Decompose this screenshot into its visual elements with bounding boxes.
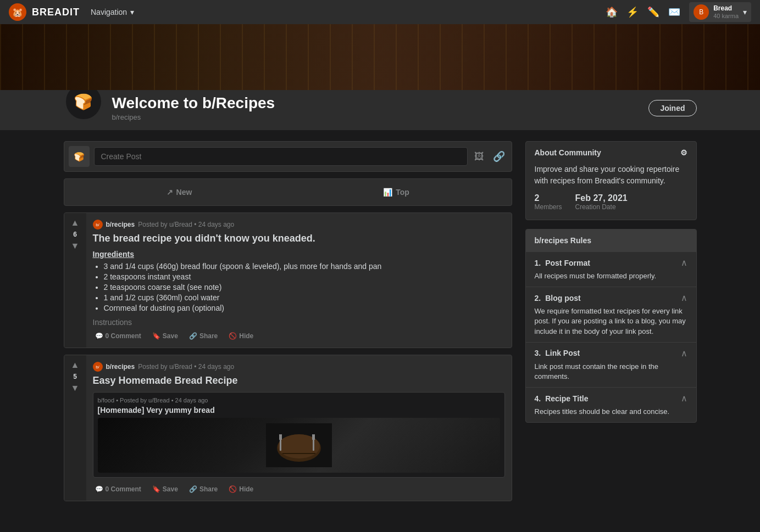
share-button[interactable]: 🔗 Share — [187, 329, 220, 343]
save-button[interactable]: 🔖 Save — [150, 329, 180, 343]
rule-item: 1. Post Format ∧ All recipes must be for… — [526, 251, 696, 287]
rule-header[interactable]: 3. Link Post ∧ — [535, 348, 687, 359]
create-post-input[interactable] — [94, 147, 468, 166]
hide-icon: 🚫 — [229, 485, 237, 493]
sort-top-label: Top — [396, 188, 409, 197]
members-stat: 2 Members — [535, 193, 562, 211]
create-post-bar: 🍞 🖼 🔗 — [64, 141, 512, 172]
post-card: ▲ 6 ▼ b/ b/recipes Posted by u/Bread • 2… — [64, 212, 512, 348]
post-author-time: Posted by u/Bread • 24 days ago — [138, 221, 234, 228]
post-title[interactable]: The bread recipe you didn't know you kne… — [93, 233, 505, 244]
joined-button[interactable]: Joined — [648, 100, 696, 116]
rule-header[interactable]: 4. Recipe Title ∧ — [535, 393, 687, 404]
sidebar: About Community ⚙ Improve and share your… — [525, 141, 697, 508]
rule-title: Post Format — [545, 259, 590, 267]
user-info: Bread 40 karma — [713, 4, 739, 20]
rule-desc: We require formatted text recipes for ev… — [535, 306, 687, 337]
nav-left: 🐹 BREADIT Navigation ▾ — [9, 3, 140, 21]
create-post-avatar: 🍞 — [69, 146, 90, 167]
pencil-icon[interactable]: ✏️ — [647, 6, 659, 18]
embedded-image — [98, 418, 500, 473]
rule-title: Blog post — [545, 294, 581, 303]
sort-new-button[interactable]: ↗ New — [71, 183, 288, 201]
ingredients-list: 3 and 1/4 cups (460g) bread flour (spoon… — [93, 262, 505, 312]
about-community-title: About Community — [535, 148, 601, 157]
about-community-card: About Community ⚙ Improve and share your… — [525, 141, 697, 220]
list-item: 2 teaspoons coarse salt (see note) — [104, 283, 505, 292]
user-avatar: B — [694, 4, 709, 20]
image-upload-button[interactable]: 🖼 — [472, 148, 486, 165]
banner-overlay — [0, 24, 760, 90]
vote-count: 5 — [73, 373, 77, 380]
about-community-body: Improve and share your cooking repertoir… — [526, 164, 696, 220]
vote-column: ▲ 6 ▼ — [64, 213, 86, 348]
downvote-button[interactable]: ▼ — [70, 240, 81, 251]
svg-rect-9 — [312, 434, 313, 440]
post-sub-avatar: b/ — [93, 220, 103, 229]
post-subreddit[interactable]: b/recipes — [106, 363, 135, 371]
bread-image-svg — [266, 423, 332, 467]
hide-icon: 🚫 — [229, 332, 237, 340]
hide-button[interactable]: 🚫 Hide — [226, 482, 256, 496]
rule-header[interactable]: 2. Blog post ∧ — [535, 293, 687, 303]
svg-rect-6 — [280, 434, 281, 440]
embedded-meta: b/food • Posted by u/Bread • 24 days ago — [98, 397, 500, 404]
post-title[interactable]: Easy Homemade Bread Recipe — [93, 375, 505, 387]
mail-icon[interactable]: ✉️ — [668, 6, 680, 18]
rule-header[interactable]: 1. Post Format ∧ — [535, 257, 687, 268]
post-actions: 💬 0 Comment 🔖 Save 🔗 Share 🚫 Hide — [93, 482, 505, 496]
creation-value: Feb 27, 2021 — [575, 193, 628, 203]
save-icon: 🔖 — [152, 332, 160, 340]
link-button[interactable]: 🔗 — [491, 148, 507, 165]
rules-card: b/recipes Rules 1. Post Format ∧ All rec… — [525, 229, 697, 423]
content-area: 🍞 🖼 🔗 ↗ New 📊 Top ▲ 6 ▼ — [64, 141, 512, 508]
rule-item: 2. Blog post ∧ We require formatted text… — [526, 287, 696, 342]
rule-collapse-icon: ∧ — [681, 257, 687, 268]
nav-chevron-icon: ▾ — [130, 8, 134, 16]
embedded-title[interactable]: [Homemade] Very yummy bread — [98, 406, 500, 415]
members-label: Members — [535, 203, 562, 211]
rule-desc: All recipes must be formatted properly. — [535, 271, 687, 281]
list-item: 3 and 1/4 cups (460g) bread flour (spoon… — [104, 262, 505, 271]
community-banner — [0, 24, 760, 90]
comment-button[interactable]: 💬 0 Comment — [93, 329, 143, 343]
save-button[interactable]: 🔖 Save — [150, 482, 180, 496]
svg-rect-5 — [279, 434, 280, 440]
rule-num: 1. — [535, 259, 541, 267]
comment-button[interactable]: 💬 0 Comment — [93, 482, 143, 496]
post-sub-avatar: b/ — [93, 362, 103, 372]
home-icon[interactable]: 🏠 — [606, 6, 618, 18]
trending-icon[interactable]: ⚡ — [626, 6, 639, 18]
upvote-button[interactable]: ▲ — [70, 217, 81, 228]
rule-num: 2. — [535, 294, 541, 303]
post-meta: b/ b/recipes Posted by u/Bread • 24 days… — [93, 362, 505, 372]
rule-desc: Link post must contain the recipe in the… — [535, 362, 687, 382]
rule-item: 4. Recipe Title ∧ Recipes titles should … — [526, 387, 696, 422]
rule-collapse-icon: ∧ — [681, 393, 687, 404]
hide-button[interactable]: 🚫 Hide — [226, 329, 256, 343]
vote-column: ▲ 5 ▼ — [64, 355, 86, 501]
share-button[interactable]: 🔗 Share — [187, 482, 220, 496]
post-subreddit[interactable]: b/recipes — [106, 221, 135, 228]
community-sub: b/recipes — [112, 113, 640, 121]
instructions-link[interactable]: Instructions — [93, 318, 505, 327]
downvote-button[interactable]: ▼ — [70, 383, 81, 394]
rule-item: 3. Link Post ∧ Link post must contain th… — [526, 342, 696, 387]
save-icon: 🔖 — [152, 485, 160, 493]
upvote-button[interactable]: ▲ — [70, 360, 81, 371]
logo-icon: 🐹 — [9, 3, 26, 21]
user-name: Bread — [713, 4, 739, 12]
comment-icon: 💬 — [95, 332, 103, 340]
comment-icon: 💬 — [95, 485, 103, 493]
rule-num: 4. — [535, 394, 541, 403]
user-dropdown-icon: ▾ — [743, 8, 747, 16]
rules-header: b/recipes Rules — [526, 229, 696, 251]
user-badge[interactable]: B Bread 40 karma ▾ — [689, 2, 751, 22]
sort-bar: ↗ New 📊 Top — [64, 178, 512, 206]
top-nav: 🐹 BREADIT Navigation ▾ 🏠 ⚡ ✏️ ✉️ B Bread… — [0, 0, 760, 24]
post-card: ▲ 5 ▼ b/ b/recipes Posted by u/Bread • 2… — [64, 355, 512, 501]
gear-icon[interactable]: ⚙ — [680, 148, 687, 157]
nav-dropdown[interactable]: Navigation ▾ — [85, 4, 140, 20]
sort-top-button[interactable]: 📊 Top — [288, 183, 505, 201]
community-info: Welcome to b/Recipes b/recipes — [112, 94, 640, 121]
